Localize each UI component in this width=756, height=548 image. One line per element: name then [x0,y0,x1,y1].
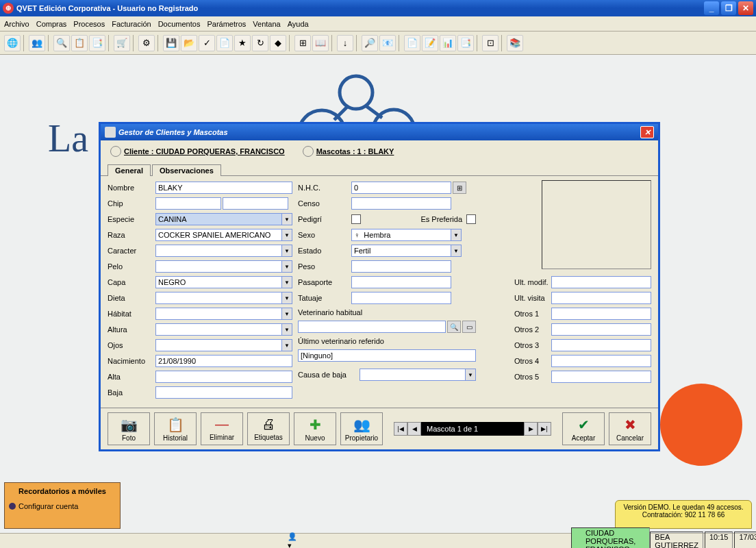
chevron-down-icon[interactable]: ▼ [281,260,292,273]
input-nacimiento[interactable] [155,355,292,367]
toolbar-btn-13[interactable]: ↻ [252,35,268,51]
propietario-button[interactable]: 👥Propietario [340,412,383,445]
nav-next-button[interactable]: ▶ [524,422,538,436]
maximize-button[interactable]: ❐ [721,1,736,15]
toolbar-btn-3[interactable]: 🔍 [53,35,70,51]
menu-ayuda[interactable]: Ayuda [288,20,309,28]
chevron-down-icon[interactable]: ▼ [281,292,292,304]
checkbox-preferida[interactable] [466,214,476,224]
toolbar-btn-24[interactable]: ⊡ [482,35,499,51]
toolbar-btn-16[interactable]: 📖 [312,35,329,51]
input-otros4[interactable] [551,355,651,367]
input-censo[interactable] [351,197,451,210]
toolbar-btn-5[interactable]: 📑 [89,35,105,51]
select-sexo[interactable] [351,229,451,241]
client-tab[interactable]: Cliente : CIUDAD PORQUERAS, FRANCISCO [106,143,289,161]
select-habitat[interactable] [155,308,281,320]
toolbar-btn-9[interactable]: 📂 [181,35,197,51]
toolbar-btn-8[interactable]: 💾 [163,35,179,51]
menu-facturacion[interactable]: Facturación [112,20,151,28]
chevron-down-icon[interactable]: ▼ [281,323,292,336]
chevron-down-icon[interactable]: ▼ [281,213,292,225]
etiquetas-button[interactable]: 🖨Etiquetas [247,412,290,445]
nav-prev-button[interactable]: ◀ [407,422,421,436]
toolbar-btn-17[interactable]: ↓ [337,35,353,51]
input-tatuaje[interactable] [351,292,451,304]
cancelar-button[interactable]: ✖Cancelar [609,412,651,445]
toolbar-btn-12[interactable]: ★ [234,35,251,51]
nav-last-button[interactable]: ▶| [538,422,551,436]
foto-button[interactable]: 📷Foto [108,412,150,445]
tab-observaciones[interactable]: Observaciones [152,164,221,176]
nav-first-button[interactable]: |◀ [394,422,407,436]
nuevo-button[interactable]: ✚Nuevo [294,412,336,445]
menu-documentos[interactable]: Documentos [158,20,201,28]
chevron-down-icon[interactable]: ▼ [465,369,476,381]
toolbar-btn-11[interactable]: 📄 [216,35,233,51]
card-icon[interactable]: ▭ [462,321,476,333]
select-raza[interactable] [155,229,281,241]
input-otros2[interactable] [551,323,651,336]
chevron-down-icon[interactable]: ▼ [281,308,292,320]
toolbar-btn-19[interactable]: 📧 [379,35,396,51]
aceptar-button[interactable]: ✔Aceptar [562,412,605,445]
input-chip-2[interactable] [223,197,288,210]
chevron-down-icon[interactable]: ▼ [281,339,292,351]
menu-archivo[interactable]: Archivo [4,20,29,28]
toolbar-btn-4[interactable]: 📋 [71,35,88,51]
input-peso[interactable] [351,260,451,273]
select-pelo[interactable] [155,260,281,273]
tab-general[interactable]: General [108,164,151,176]
toolbar-btn-23[interactable]: 📑 [457,35,474,51]
nhc-button[interactable]: ⊞ [453,182,466,194]
input-otros3[interactable] [551,339,651,351]
menu-compras[interactable]: Compras [36,20,67,28]
chevron-down-icon[interactable]: ▼ [281,229,292,241]
historial-button[interactable]: 📋Historial [154,412,197,445]
eliminar-button[interactable]: —Eliminar [201,412,243,445]
input-ultvisita[interactable] [551,292,651,304]
toolbar-btn-20[interactable]: 📄 [404,35,420,51]
select-altura[interactable] [155,323,281,336]
input-pasaporte[interactable] [351,276,451,288]
toolbar-btn-15[interactable]: ⊞ [294,35,311,51]
pets-tab[interactable]: Mascotas : 1 : BLAKY [299,143,399,161]
toolbar-btn-7[interactable]: ⚙ [138,35,155,51]
toolbar-btn-2[interactable]: 👥 [29,35,45,51]
minimize-button[interactable]: _ [704,1,719,15]
toolbar-btn-18[interactable]: 🔎 [362,35,378,51]
input-otros1[interactable] [551,308,651,320]
reminders-config-link[interactable]: Configurar cuenta [9,502,116,510]
select-especie[interactable] [155,213,281,225]
select-caracter[interactable] [155,245,281,257]
toolbar-btn-1[interactable]: 🌐 [4,35,21,51]
input-otros5[interactable] [551,371,651,383]
input-chip-1[interactable] [155,197,221,210]
toolbar-btn-25[interactable]: 📚 [507,35,523,51]
input-nombre[interactable] [155,182,292,194]
close-button[interactable]: ✕ [738,1,753,15]
search-icon[interactable]: 🔍 [447,321,461,333]
toolbar-btn-21[interactable]: 📝 [422,35,438,51]
input-nhc[interactable] [351,182,451,194]
select-dieta[interactable] [155,292,281,304]
select-causabaja[interactable] [360,369,465,381]
input-alta[interactable] [155,371,292,383]
toolbar-btn-22[interactable]: 📊 [440,35,456,51]
menu-parametros[interactable]: Parámetros [207,20,246,28]
toolbar-btn-14[interactable]: ◆ [270,35,286,51]
checkbox-pedigri[interactable] [351,214,361,224]
input-vethab[interactable] [298,321,446,333]
input-ultref[interactable] [298,349,476,362]
dialog-close-button[interactable]: ✕ [640,126,654,138]
select-estado[interactable] [351,245,451,257]
chevron-down-icon[interactable]: ▼ [281,276,292,288]
chevron-down-icon[interactable]: ▼ [451,245,462,257]
menu-ventana[interactable]: Ventana [253,20,280,28]
toolbar-btn-10[interactable]: ✓ [199,35,215,51]
chevron-down-icon[interactable]: ▼ [451,229,462,241]
toolbar-btn-6[interactable]: 🛒 [114,35,130,51]
input-baja[interactable] [155,386,292,399]
chevron-down-icon[interactable]: ▼ [281,245,292,257]
select-ojos[interactable] [155,339,281,351]
